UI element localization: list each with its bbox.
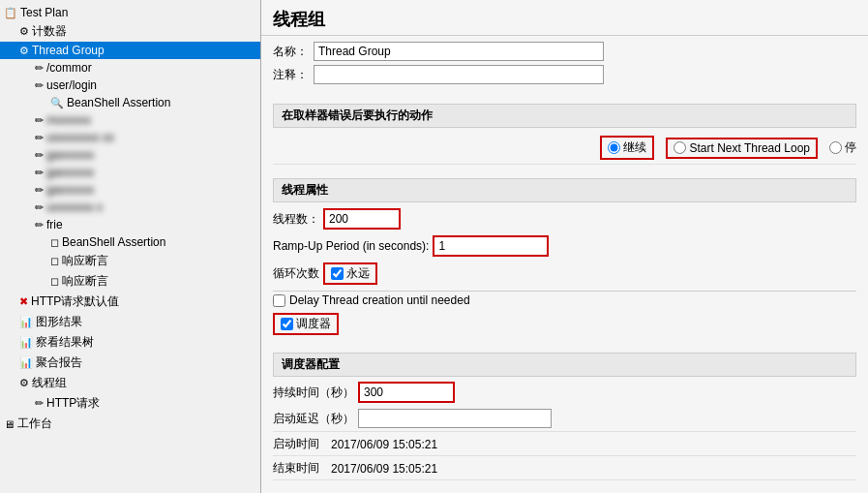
- next-loop-radio[interactable]: [673, 141, 686, 154]
- tree-item-http-request[interactable]: ✏ HTTP请求: [0, 393, 260, 414]
- stop-option[interactable]: 停: [829, 139, 856, 156]
- delay-creation-checkbox[interactable]: [273, 294, 285, 307]
- tree-item-u[interactable]: ✏ uxxxxxxx x: [0, 199, 260, 216]
- tree-item-http-defaults[interactable]: ✖ HTTP请求默认值: [0, 292, 260, 312]
- tree-item-thread-group[interactable]: ⚙ Thread Group: [0, 42, 260, 59]
- tree-item-m[interactable]: ✏ mxxxxxx: [0, 111, 260, 129]
- tree-item-label: user/login: [46, 78, 97, 92]
- tree-item-label: 图形结果: [36, 314, 82, 330]
- end-time-label: 结束时间: [273, 460, 319, 477]
- tree-item-beanshell-2[interactable]: ◻ BeanShell Assertion: [0, 233, 260, 251]
- scheduler-text: 调度器: [296, 316, 331, 332]
- u-icon: ✏: [35, 201, 44, 214]
- action-section: 在取样器错误后要执行的动作 继续 Start Next Thread Loop …: [261, 94, 868, 170]
- tree-item-label: 察看结果树: [36, 334, 94, 351]
- scheduler-config-title: 调度器配置: [273, 353, 856, 377]
- forever-text: 永远: [346, 265, 370, 282]
- thread-properties-section: 线程属性 线程数： Ramp-Up Period (in seconds): 循…: [261, 170, 868, 345]
- tree-item-label: Thread Group: [32, 44, 105, 57]
- comment-input[interactable]: [314, 65, 604, 84]
- tree-item-label: frie: [46, 218, 63, 231]
- tree-item-frie[interactable]: ✏ frie: [0, 216, 260, 233]
- name-row: 名称：: [273, 42, 856, 61]
- delay-creation-row: Delay Thread creation until needed: [273, 293, 856, 307]
- forever-checkbox[interactable]: [331, 267, 344, 280]
- thread-group2-icon: ⚙: [19, 377, 29, 389]
- thread-props-title: 线程属性: [273, 178, 856, 202]
- action-section-title: 在取样器错误后要执行的动作: [273, 104, 856, 128]
- name-input[interactable]: [314, 42, 604, 61]
- ramp-up-input[interactable]: [433, 235, 549, 257]
- tree-item-label: HTTP请求: [46, 395, 100, 412]
- tree-item-view-results[interactable]: 📊 察看结果树: [0, 332, 260, 353]
- ramp-up-label: Ramp-Up Period (in seconds):: [273, 239, 429, 253]
- tree-item-user-login[interactable]: ✏ user/login: [0, 77, 260, 94]
- tree-item-ga1[interactable]: ✏ gaxxxxxx: [0, 146, 260, 164]
- tree-item-label: BeanShell Assertion: [67, 96, 170, 109]
- scheduler-config-section: 调度器配置 持续时间（秒） 启动延迟（秒） 启动时间 2017/06/09 15…: [261, 345, 868, 488]
- tree-item-label: HTTP请求默认值: [31, 293, 119, 310]
- stop-radio[interactable]: [829, 141, 842, 154]
- aggregate-icon: 📊: [19, 356, 33, 369]
- loop-count-row: 循环次数 永远: [273, 262, 856, 285]
- tree-item-ga2[interactable]: ✏ gaxxxxxx: [0, 164, 260, 181]
- tree-item-us[interactable]: ✏ usxxxxxxx xx: [0, 129, 260, 146]
- comment-label: 注释：: [273, 67, 308, 83]
- start-time-label: 启动时间: [273, 436, 319, 452]
- tree-item-counter[interactable]: ⚙ 计数器: [0, 21, 260, 42]
- beanshell-icon: 🔍: [50, 97, 64, 109]
- tree-item-beanshell-1[interactable]: 🔍 BeanShell Assertion: [0, 94, 260, 111]
- ga1-icon: ✏: [35, 149, 44, 162]
- tree-item-test-plan[interactable]: 📋 Test Plan: [0, 4, 260, 21]
- tree-item-response-assert-2[interactable]: ◻ 响应断言: [0, 271, 260, 292]
- tree-item-label: BeanShell Assertion: [62, 235, 165, 249]
- scheduler-checkbox[interactable]: [281, 318, 293, 330]
- name-section: 名称： 注释：: [261, 36, 868, 94]
- tree-item-label: usxxxxxxx xx: [46, 131, 114, 144]
- http-defaults-icon: ✖: [19, 295, 28, 308]
- us-icon: ✏: [35, 132, 44, 144]
- m-icon: ✏: [35, 114, 44, 127]
- tree-item-label: 响应断言: [62, 253, 108, 269]
- tree-item-ga3[interactable]: ✏ gaxxxxxx: [0, 181, 260, 199]
- assert1-icon: ◻: [50, 255, 59, 267]
- ramp-up-row: Ramp-Up Period (in seconds):: [273, 235, 856, 257]
- duration-input[interactable]: [358, 382, 455, 403]
- user-login-icon: ✏: [35, 79, 44, 92]
- beanshell2-icon: ◻: [50, 236, 59, 249]
- workbench-icon: 🖥: [4, 418, 15, 430]
- continue-option[interactable]: 继续: [600, 136, 654, 160]
- tree-item-graph[interactable]: 📊 图形结果: [0, 312, 260, 332]
- tree-item-common[interactable]: ✏ /commor: [0, 59, 260, 77]
- thread-count-input[interactable]: [323, 208, 401, 230]
- start-delay-row: 启动延迟（秒）: [273, 409, 856, 432]
- forever-label[interactable]: 永远: [323, 262, 377, 285]
- tree-item-label: 线程组: [32, 375, 67, 391]
- tree-item-thread-group-2[interactable]: ⚙ 线程组: [0, 373, 260, 393]
- tree-item-label: 计数器: [32, 23, 67, 40]
- tree-item-response-assert-1[interactable]: ◻ 响应断言: [0, 251, 260, 271]
- tree-item-workbench[interactable]: 🖥 工作台: [0, 414, 260, 434]
- tree-item-label: 响应断言: [62, 273, 108, 290]
- name-label: 名称：: [273, 44, 308, 60]
- thread-count-label: 线程数：: [273, 211, 319, 228]
- view-results-icon: 📊: [19, 336, 33, 349]
- thread-group-icon: ⚙: [19, 45, 29, 57]
- scheduler-label[interactable]: 调度器: [273, 313, 339, 335]
- delay-creation-label[interactable]: Delay Thread creation until needed: [273, 293, 470, 307]
- tree-item-label: mxxxxxx: [46, 113, 91, 127]
- start-delay-input[interactable]: [358, 409, 552, 428]
- counter-icon: ⚙: [19, 25, 29, 38]
- frie-icon: ✏: [35, 219, 44, 231]
- continue-radio[interactable]: [608, 141, 620, 154]
- next-loop-option[interactable]: Start Next Thread Loop: [666, 138, 818, 159]
- graph-icon: 📊: [19, 316, 33, 328]
- tree-panel: 📋 Test Plan ⚙ 计数器 ⚙ Thread Group ✏ /comm…: [0, 0, 261, 493]
- right-panel: 线程组 名称： 注释： 在取样器错误后要执行的动作 继续 Start Next …: [261, 0, 868, 493]
- delay-creation-text: Delay Thread creation until needed: [289, 293, 470, 307]
- tree-item-label: gaxxxxxx: [46, 148, 94, 162]
- thread-count-row: 线程数：: [273, 208, 856, 230]
- ga3-icon: ✏: [35, 184, 44, 197]
- tree-item-aggregate[interactable]: 📊 聚合报告: [0, 353, 260, 373]
- next-loop-label: Start Next Thread Loop: [689, 141, 810, 155]
